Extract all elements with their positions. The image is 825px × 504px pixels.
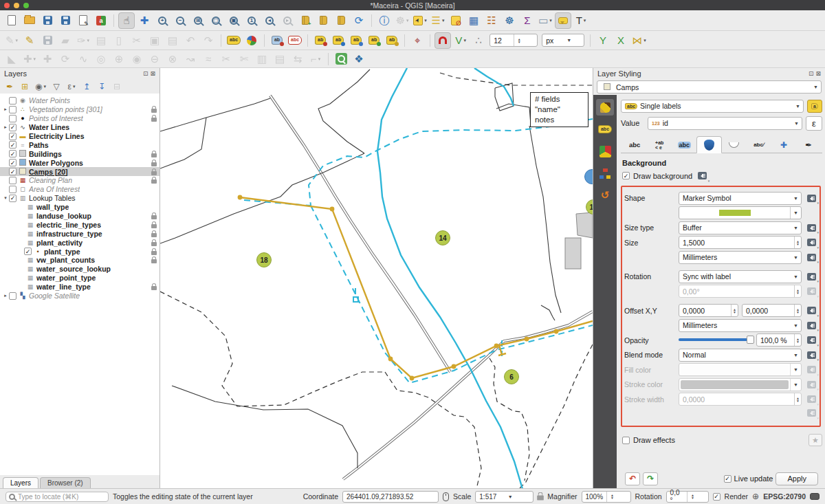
map-marker-14[interactable]: 14	[435, 230, 450, 245]
open-attribute-table-button[interactable]: ▦	[465, 12, 482, 29]
trim-extend-dropdown[interactable]: ▾	[318, 56, 321, 62]
run-feature-action-dropdown[interactable]: ▾	[406, 18, 409, 23]
layer-expander[interactable]: ▸	[2, 293, 9, 298]
select-features-button[interactable]: ▾	[412, 12, 428, 29]
zoom-last-button[interactable]: ◂	[261, 12, 278, 29]
offset-unit-select[interactable]: Millimeters▼	[679, 319, 802, 332]
enable-tracing-dropdown[interactable]: ▾	[644, 38, 646, 43]
slider-handle[interactable]	[747, 336, 754, 344]
current-edits-dropdown[interactable]: ▾	[16, 38, 19, 43]
layer-item-plant-type[interactable]: •plant_type	[0, 247, 160, 256]
layer-item-electric-line-types[interactable]: ▦electric_line_types	[0, 220, 160, 229]
layer-item-water-points[interactable]: ◉Water Points	[0, 96, 160, 105]
snap-tolerance-button[interactable]: 12▲▼	[488, 32, 539, 49]
save-project-as-button[interactable]	[57, 12, 74, 29]
enable-tracing-button[interactable]: ⋈▾	[630, 32, 648, 49]
select-features-dropdown[interactable]: ▾	[424, 18, 427, 23]
value-field-select[interactable]: 123id ▼	[648, 117, 802, 130]
size-type-select[interactable]: Buffer▼	[679, 221, 802, 234]
coordinate-input[interactable]: 264401.09,271893.52	[342, 491, 439, 503]
vertex-tool-dropdown[interactable]: ▾	[87, 38, 90, 43]
topological-editing-button[interactable]: Y	[595, 32, 611, 49]
offset-x-input[interactable]: 0,0000▲▼	[679, 304, 738, 317]
map-tips-button[interactable]	[555, 12, 571, 29]
undo-style-button[interactable]: ↶	[625, 472, 640, 485]
field-calculator-button[interactable]: ☷	[483, 12, 500, 29]
layer-item-landuse-lookup[interactable]: ▦landuse_lookup	[0, 212, 160, 221]
tab-background[interactable]	[696, 136, 721, 153]
processing-toolbox-button[interactable]: ☸	[501, 12, 518, 29]
layer-item-water-source-lookup[interactable]: ▦water_source_lookup	[0, 265, 160, 274]
data-defined-override-button[interactable]	[805, 252, 817, 263]
expand-all-button[interactable]: ↥	[80, 80, 93, 93]
highlight-pinned-labels-button[interactable]: ab	[269, 32, 285, 49]
map-marker-6[interactable]: 6	[504, 369, 519, 384]
layer-item-google-satellite[interactable]: ▸▚Google Satellite	[0, 292, 160, 300]
pan-to-selection-button[interactable]: ✚	[136, 12, 153, 29]
data-defined-override-button[interactable]	[696, 171, 708, 182]
data-defined-override-button[interactable]	[805, 320, 817, 331]
draw-background-checkbox[interactable]	[622, 172, 630, 179]
layer-visibility-checkbox[interactable]	[9, 97, 16, 105]
bookmark-manager-button[interactable]	[333, 12, 349, 29]
magnifier-input[interactable]: 100%▲▼	[582, 491, 631, 503]
move-features-dropdown[interactable]: ▾	[34, 56, 36, 62]
layer-visibility-checkbox[interactable]	[9, 141, 16, 149]
undock-panel-icon[interactable]: ⊡	[808, 70, 814, 77]
offset-y-input[interactable]: 0,0000▲▼	[742, 304, 802, 317]
layer-visibility-checkbox[interactable]	[9, 195, 16, 202]
open-layer-styling-panel-button[interactable]: ✒	[3, 80, 16, 93]
snapping-type-button[interactable]: V▾	[452, 32, 469, 49]
mouse-position-icon[interactable]	[443, 492, 449, 501]
snapping-type-dropdown[interactable]: ▾	[463, 38, 466, 43]
layer-item-infrastructure-type[interactable]: ▦infrastructure_type	[0, 229, 160, 238]
tab-diagrams[interactable]	[596, 165, 614, 182]
filter-by-expression-dropdown[interactable]: ▾	[73, 84, 76, 89]
layer-visibility-checkbox[interactable]	[9, 177, 16, 184]
layer-expander[interactable]: ▾	[2, 195, 9, 201]
layer-visibility-checkbox[interactable]	[9, 186, 16, 193]
show-spatial-bookmarks-button[interactable]	[315, 12, 331, 29]
layer-visibility-checkbox[interactable]	[9, 106, 16, 113]
new-spatial-bookmark-button[interactable]: +	[297, 12, 314, 29]
add-group-button[interactable]: ⊞	[19, 80, 31, 93]
blend-mode-select[interactable]: Normal▼	[679, 349, 802, 362]
zoom-in-button[interactable]: +	[154, 12, 170, 29]
tab-text[interactable]: abc	[622, 136, 647, 153]
select-features-by-value-dropdown[interactable]: ▾	[442, 18, 445, 23]
self-snapping-button[interactable]: ∴	[470, 32, 487, 49]
zoom-native-resolution-button[interactable]: 1	[243, 12, 260, 29]
zoom-to-layer-button[interactable]: ▣	[226, 12, 242, 29]
layer-visibility-checkbox[interactable]	[9, 133, 16, 140]
data-defined-override-button[interactable]	[805, 305, 817, 316]
data-defined-override-button[interactable]	[805, 193, 817, 204]
identify-features-button[interactable]: ⓘ	[376, 12, 393, 29]
manage-map-themes-button[interactable]: ◉▾	[34, 80, 47, 93]
opacity-slider[interactable]	[679, 333, 753, 347]
locator-input[interactable]: Type to locate (⌘K)	[6, 492, 109, 502]
tab-symbology[interactable]	[596, 99, 614, 116]
rotation-input[interactable]: 0,0 °▲▼	[666, 491, 709, 503]
text-annotation-dropdown[interactable]: ▾	[584, 18, 586, 23]
lock-scale-icon[interactable]	[538, 495, 544, 500]
layer-item-water-point-type[interactable]: ▦water_point_type	[0, 274, 160, 283]
move-label-button[interactable]: ab	[348, 32, 364, 49]
data-defined-override-button[interactable]	[805, 222, 817, 233]
tab-formatting[interactable]: +ab< e	[647, 136, 672, 153]
redo-style-button[interactable]: ↷	[643, 472, 658, 485]
tab-rendering[interactable]: ✒	[796, 136, 821, 153]
layer-item-paths[interactable]: =Paths	[0, 140, 160, 149]
tab-browser[interactable]: Browser (2)	[40, 477, 91, 488]
layer-visibility-checkbox[interactable]	[9, 124, 16, 131]
tab-layers[interactable]: Layers	[3, 477, 38, 488]
filter-legend-button[interactable]: ▽	[50, 80, 63, 93]
select-features-by-value-button[interactable]: ☰▾	[430, 12, 446, 29]
scale-select[interactable]: 1:517▼	[475, 491, 534, 503]
tab-callouts[interactable]: abc∕	[747, 136, 771, 153]
tab-3d-view[interactable]	[596, 143, 614, 160]
layer-expander[interactable]: ▸	[2, 124, 9, 130]
osm-place-search-button[interactable]	[333, 51, 349, 67]
tab-history[interactable]: ↺	[596, 187, 614, 204]
layer-expander[interactable]: ▸	[2, 107, 9, 112]
undock-panel-icon[interactable]: ⊡	[143, 70, 148, 77]
